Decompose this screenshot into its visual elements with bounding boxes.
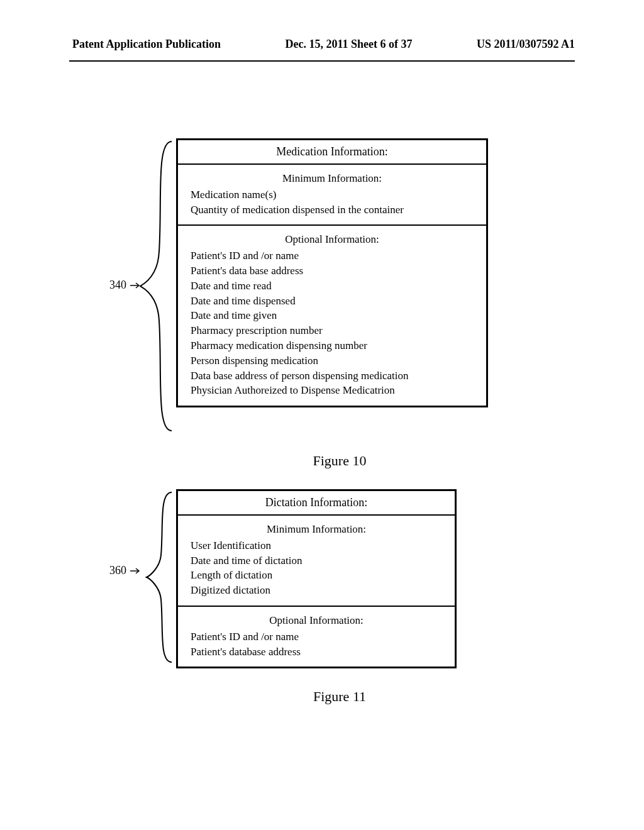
curly-brace-icon	[137, 138, 175, 434]
info-line: Patient's ID and /or name	[191, 629, 442, 645]
optional-info-section: Optional Information: Patient's ID and /…	[178, 224, 486, 406]
optional-info-section: Optional Information: Patient's ID and /…	[178, 606, 455, 667]
section-heading: Minimum Information:	[191, 171, 474, 186]
info-line: Date and time given	[191, 308, 474, 323]
minimum-info-section: Minimum Information: User Identification…	[178, 516, 455, 606]
info-line: Pharmacy medication dispensing number	[191, 338, 474, 353]
dictation-info-box: Dictation Information: Minimum Informati…	[176, 489, 457, 668]
minimum-info-section: Minimum Information: Medication name(s) …	[178, 165, 486, 224]
info-line: Digitized dictation	[191, 583, 442, 598]
box-title: Medication Information:	[178, 140, 486, 165]
header-center: Dec. 15, 2011 Sheet 6 of 37	[286, 38, 413, 51]
info-line: User Identification	[191, 538, 442, 553]
figure-caption-11: Figure 11	[277, 689, 402, 705]
info-line: Patient's database address	[191, 645, 442, 660]
info-line: Patient's ID and /or name	[191, 248, 474, 263]
box-title: Dictation Information:	[178, 491, 455, 516]
info-line: Medication name(s)	[191, 187, 474, 202]
info-line: Physician Authoreized to Dispense Medica…	[191, 383, 474, 398]
medication-info-box: Medication Information: Minimum Informat…	[176, 138, 488, 407]
info-line: Date and time of dictation	[191, 553, 442, 568]
info-line: Date and time dispensed	[191, 294, 474, 309]
section-heading: Minimum Information:	[191, 522, 442, 537]
info-line: Person dispensing medication	[191, 353, 474, 368]
section-heading: Optional Information:	[191, 232, 474, 247]
info-line: Data base address of person dispensing m…	[191, 368, 474, 384]
reference-label-340: 340	[109, 279, 126, 292]
figure-caption-10: Figure 10	[277, 453, 402, 469]
info-line: Patient's data base address	[191, 263, 474, 279]
info-line: Date and time read	[191, 279, 474, 294]
info-line: Length of dictation	[191, 568, 442, 583]
section-heading: Optional Information:	[191, 613, 442, 628]
curly-brace-icon	[143, 489, 175, 665]
page-header: Patent Application Publication Dec. 15, …	[0, 0, 644, 57]
info-line: Pharmacy prescription number	[191, 323, 474, 338]
header-rule	[69, 60, 575, 62]
header-right: US 2011/0307592 A1	[477, 38, 575, 51]
info-line: Quantity of medication dispensed in the …	[191, 202, 474, 218]
reference-label-360: 360	[109, 564, 126, 577]
header-left: Patent Application Publication	[72, 38, 221, 51]
arrow-icon	[130, 568, 142, 574]
